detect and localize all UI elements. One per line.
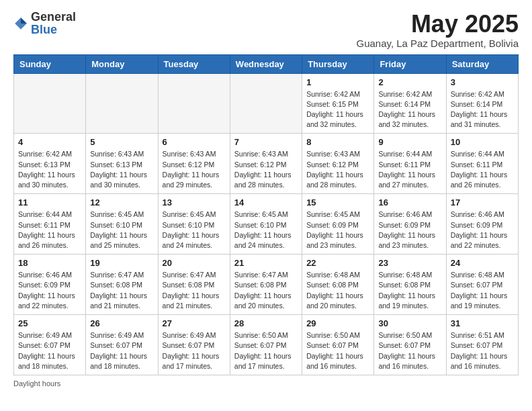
calendar-cell: 23Sunrise: 6:48 AM Sunset: 6:08 PM Dayli…	[374, 255, 446, 315]
col-thursday: Thursday	[302, 54, 374, 73]
col-sunday: Sunday	[14, 54, 86, 73]
day-number: 19	[90, 258, 153, 268]
calendar-cell: 10Sunrise: 6:44 AM Sunset: 6:11 PM Dayli…	[446, 134, 518, 194]
logo-general: General	[31, 10, 76, 24]
calendar-table: Sunday Monday Tuesday Wednesday Thursday…	[13, 54, 519, 375]
calendar-cell: 19Sunrise: 6:47 AM Sunset: 6:08 PM Dayli…	[86, 255, 158, 315]
header-row-days: Sunday Monday Tuesday Wednesday Thursday…	[14, 54, 519, 73]
day-number: 30	[378, 318, 441, 328]
calendar-cell: 7Sunrise: 6:43 AM Sunset: 6:12 PM Daylig…	[230, 134, 302, 194]
calendar-cell: 11Sunrise: 6:44 AM Sunset: 6:11 PM Dayli…	[14, 194, 86, 255]
day-info: Sunrise: 6:43 AM Sunset: 6:13 PM Dayligh…	[90, 149, 153, 190]
day-number: 6	[163, 137, 226, 147]
day-info: Sunrise: 6:42 AM Sunset: 6:13 PM Dayligh…	[18, 149, 81, 190]
day-number: 26	[90, 318, 153, 328]
day-info: Sunrise: 6:45 AM Sunset: 6:10 PM Dayligh…	[234, 210, 298, 250]
day-info: Sunrise: 6:47 AM Sunset: 6:08 PM Dayligh…	[90, 270, 153, 311]
day-info: Sunrise: 6:46 AM Sunset: 6:09 PM Dayligh…	[18, 270, 81, 311]
calendar-cell: 25Sunrise: 6:49 AM Sunset: 6:07 PM Dayli…	[14, 315, 86, 375]
calendar-cell	[86, 73, 158, 134]
calendar-cell: 24Sunrise: 6:48 AM Sunset: 6:07 PM Dayli…	[446, 255, 518, 315]
day-number: 1	[306, 77, 369, 87]
calendar-cell: 26Sunrise: 6:49 AM Sunset: 6:07 PM Dayli…	[86, 315, 158, 375]
day-info: Sunrise: 6:50 AM Sunset: 6:07 PM Dayligh…	[306, 330, 369, 371]
day-info: Sunrise: 6:42 AM Sunset: 6:14 PM Dayligh…	[451, 89, 514, 130]
col-friday: Friday	[374, 54, 446, 73]
calendar-cell: 12Sunrise: 6:45 AM Sunset: 6:10 PM Dayli…	[86, 194, 158, 255]
day-info: Sunrise: 6:48 AM Sunset: 6:08 PM Dayligh…	[378, 270, 441, 311]
day-number: 18	[18, 258, 81, 268]
day-number: 20	[163, 258, 226, 268]
logo-blue: Blue	[31, 23, 57, 36]
calendar-cell: 2Sunrise: 6:42 AM Sunset: 6:14 PM Daylig…	[374, 73, 446, 134]
calendar-cell: 3Sunrise: 6:42 AM Sunset: 6:14 PM Daylig…	[446, 73, 518, 134]
day-number: 15	[306, 197, 369, 208]
day-number: 25	[18, 318, 81, 328]
calendar-week-2: 4Sunrise: 6:42 AM Sunset: 6:13 PM Daylig…	[14, 134, 519, 194]
calendar-cell: 17Sunrise: 6:46 AM Sunset: 6:09 PM Dayli…	[446, 194, 518, 255]
day-info: Sunrise: 6:44 AM Sunset: 6:11 PM Dayligh…	[18, 210, 81, 250]
calendar-cell: 13Sunrise: 6:45 AM Sunset: 6:10 PM Dayli…	[158, 194, 230, 255]
title-block: May 2025 Guanay, La Paz Department, Boli…	[356, 11, 519, 49]
day-number: 24	[451, 258, 514, 268]
day-number: 11	[18, 197, 81, 208]
page-container: General Blue May 2025 Guanay, La Paz Dep…	[0, 0, 532, 398]
day-number: 3	[451, 77, 514, 87]
day-info: Sunrise: 6:51 AM Sunset: 6:07 PM Dayligh…	[451, 330, 514, 371]
calendar-cell: 9Sunrise: 6:44 AM Sunset: 6:11 PM Daylig…	[374, 134, 446, 194]
day-info: Sunrise: 6:48 AM Sunset: 6:08 PM Dayligh…	[306, 270, 369, 311]
day-number: 16	[378, 197, 441, 208]
calendar-cell	[230, 73, 302, 134]
calendar-cell: 20Sunrise: 6:47 AM Sunset: 6:08 PM Dayli…	[158, 255, 230, 315]
day-number: 23	[378, 258, 441, 268]
calendar-cell: 18Sunrise: 6:46 AM Sunset: 6:09 PM Dayli…	[14, 255, 86, 315]
day-info: Sunrise: 6:44 AM Sunset: 6:11 PM Dayligh…	[451, 149, 514, 190]
calendar-cell: 6Sunrise: 6:43 AM Sunset: 6:12 PM Daylig…	[158, 134, 230, 194]
calendar-cell: 15Sunrise: 6:45 AM Sunset: 6:09 PM Dayli…	[302, 194, 374, 255]
day-info: Sunrise: 6:42 AM Sunset: 6:15 PM Dayligh…	[306, 89, 369, 130]
col-monday: Monday	[86, 54, 158, 73]
day-info: Sunrise: 6:43 AM Sunset: 6:12 PM Dayligh…	[234, 149, 298, 190]
day-number: 10	[451, 137, 514, 147]
day-info: Sunrise: 6:49 AM Sunset: 6:07 PM Dayligh…	[90, 330, 153, 371]
day-info: Sunrise: 6:47 AM Sunset: 6:08 PM Dayligh…	[234, 270, 298, 311]
calendar-cell: 4Sunrise: 6:42 AM Sunset: 6:13 PM Daylig…	[14, 134, 86, 194]
calendar-cell: 28Sunrise: 6:50 AM Sunset: 6:07 PM Dayli…	[230, 315, 302, 375]
day-number: 27	[163, 318, 226, 328]
day-info: Sunrise: 6:45 AM Sunset: 6:10 PM Dayligh…	[163, 210, 226, 250]
day-number: 31	[451, 318, 514, 328]
month-title: May 2025	[356, 11, 519, 38]
day-number: 13	[163, 197, 226, 208]
calendar-cell	[158, 73, 230, 134]
day-number: 28	[234, 318, 298, 328]
day-info: Sunrise: 6:50 AM Sunset: 6:07 PM Dayligh…	[378, 330, 441, 371]
location-subtitle: Guanay, La Paz Department, Bolivia	[356, 38, 519, 49]
day-number: 12	[90, 197, 153, 208]
day-number: 4	[18, 137, 81, 147]
logo-icon	[13, 16, 28, 31]
col-wednesday: Wednesday	[230, 54, 302, 73]
day-number: 5	[90, 137, 153, 147]
logo-text: General Blue	[31, 11, 76, 36]
calendar-cell: 21Sunrise: 6:47 AM Sunset: 6:08 PM Dayli…	[230, 255, 302, 315]
calendar-cell: 27Sunrise: 6:49 AM Sunset: 6:07 PM Dayli…	[158, 315, 230, 375]
day-info: Sunrise: 6:47 AM Sunset: 6:08 PM Dayligh…	[163, 270, 226, 311]
day-info: Sunrise: 6:46 AM Sunset: 6:09 PM Dayligh…	[451, 210, 514, 250]
day-info: Sunrise: 6:45 AM Sunset: 6:09 PM Dayligh…	[306, 210, 369, 250]
col-saturday: Saturday	[446, 54, 518, 73]
day-info: Sunrise: 6:44 AM Sunset: 6:11 PM Dayligh…	[378, 149, 441, 190]
logo: General Blue	[13, 11, 76, 36]
day-info: Sunrise: 6:43 AM Sunset: 6:12 PM Dayligh…	[163, 149, 226, 190]
day-number: 29	[306, 318, 369, 328]
day-info: Sunrise: 6:46 AM Sunset: 6:09 PM Dayligh…	[378, 210, 441, 250]
day-info: Sunrise: 6:45 AM Sunset: 6:10 PM Dayligh…	[90, 210, 153, 250]
day-number: 14	[234, 197, 298, 208]
day-info: Sunrise: 6:49 AM Sunset: 6:07 PM Dayligh…	[18, 330, 81, 371]
day-number: 2	[378, 77, 441, 87]
calendar-cell: 14Sunrise: 6:45 AM Sunset: 6:10 PM Dayli…	[230, 194, 302, 255]
day-info: Sunrise: 6:49 AM Sunset: 6:07 PM Dayligh…	[163, 330, 226, 371]
calendar-cell: 30Sunrise: 6:50 AM Sunset: 6:07 PM Dayli…	[374, 315, 446, 375]
calendar-cell: 8Sunrise: 6:43 AM Sunset: 6:12 PM Daylig…	[302, 134, 374, 194]
calendar-week-3: 11Sunrise: 6:44 AM Sunset: 6:11 PM Dayli…	[14, 194, 519, 255]
day-info: Sunrise: 6:50 AM Sunset: 6:07 PM Dayligh…	[234, 330, 298, 371]
